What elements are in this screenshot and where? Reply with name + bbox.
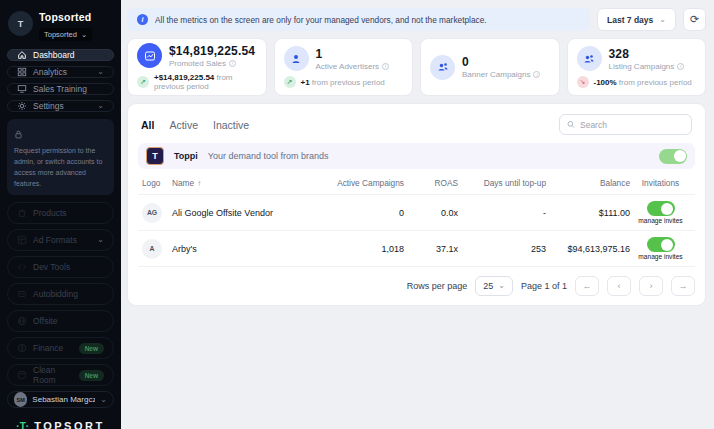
tab-inactive[interactable]: Inactive (213, 119, 249, 131)
sidebar-item-dashboard[interactable]: Dashboard (7, 49, 114, 61)
metric-card-promoted-sales: $14,819,225.54 Promoted Salesi ↗ +$14,81… (127, 38, 267, 96)
vendor-balance: $94,613,975.16 (546, 244, 630, 254)
app-window: T Topsorted Topsorted ⌄ Dashboard Analyt… (0, 0, 714, 429)
workspace-header: T Topsorted Topsorted ⌄ (7, 8, 114, 49)
col-name[interactable]: Name↑ (172, 178, 314, 188)
info-icon: i (137, 14, 148, 25)
sidebar-item-clean-room[interactable]: Clean Room New (7, 364, 114, 386)
sidebar-item-label: Sales Training (33, 84, 87, 94)
sidebar-item-label: Settings (33, 101, 64, 111)
sidebar-item-label: Products (33, 208, 67, 218)
chevron-down-icon: ⌄ (97, 102, 104, 110)
sidebar-item-offsite[interactable]: Offsite (7, 310, 114, 332)
manage-invites-link[interactable]: manage invites (638, 217, 682, 224)
next-page-icon: › (650, 281, 653, 291)
invitations-toggle[interactable] (647, 237, 675, 252)
toppi-toggle[interactable] (659, 149, 687, 164)
sidebar-item-sales-training[interactable]: Sales Training (7, 83, 114, 95)
table-row[interactable]: A Arby's 1,018 37.1x 253 $94,613,975.16 … (138, 230, 695, 266)
tab-active[interactable]: Active (169, 119, 198, 131)
rows-per-page-label: Rows per page (407, 281, 468, 291)
sidebar-item-settings[interactable]: Settings ⌄ (7, 100, 114, 112)
chevron-down-icon: ⌄ (97, 236, 104, 244)
metric-value: 328 (609, 47, 685, 61)
last-page-button[interactable]: → (671, 276, 695, 296)
chevron-down-icon: ⌄ (81, 31, 87, 39)
user-avatar: SM (14, 392, 27, 407)
vendor-name: Arby's (172, 244, 314, 254)
finance-icon (17, 343, 27, 353)
lock-icon (14, 130, 23, 139)
main-content: i All the metrics on the screen are only… (121, 0, 714, 429)
prev-page-icon: ‹ (618, 281, 621, 291)
active-advertisers-icon (284, 46, 309, 71)
prev-page-button[interactable]: ‹ (607, 276, 631, 296)
chevron-down-icon: ⌄ (498, 282, 505, 290)
sidebar: T Topsorted Topsorted ⌄ Dashboard Analyt… (0, 0, 121, 429)
date-range-select[interactable]: Last 7 days ⌄ (597, 8, 676, 31)
vendors-panel: All Active Inactive T Toppi Your demand … (127, 103, 706, 306)
info-icon: i (533, 71, 540, 78)
products-icon (17, 208, 27, 218)
search-input[interactable] (580, 120, 684, 130)
first-page-icon: ← (583, 281, 592, 291)
toggle-knob (661, 239, 673, 251)
col-days-until-topup: Days until top-up (458, 178, 546, 188)
permission-note-text: Request permission to the admin, or swit… (14, 146, 107, 189)
dev-tools-icon (17, 262, 27, 272)
tab-all[interactable]: All (141, 119, 154, 131)
vendor-avatar: AG (142, 203, 162, 223)
table-row[interactable]: AG Ali Google Offsite Vendor 0 0.0x - $1… (138, 194, 695, 230)
metric-label: Listing Campaigns (609, 62, 675, 71)
chevron-down-icon: ⌄ (659, 16, 666, 24)
chevron-down-icon: ⌄ (100, 396, 107, 404)
toppi-name: Toppi (174, 151, 198, 161)
col-active-campaigns: Active Campaigns (314, 178, 404, 188)
sidebar-item-finance[interactable]: Finance New (7, 337, 114, 359)
promoted-sales-icon (137, 43, 162, 68)
sidebar-item-products[interactable]: Products (7, 202, 114, 224)
first-page-button[interactable]: ← (575, 276, 599, 296)
workspace-avatar: T (8, 11, 33, 36)
refresh-button[interactable]: ⟳ (683, 8, 706, 31)
sidebar-item-label: Offsite (33, 316, 57, 326)
invitations-toggle[interactable] (647, 201, 675, 216)
info-icon: i (382, 63, 389, 70)
col-logo: Logo (142, 178, 172, 188)
info-banner-text: All the metrics on the screen are only f… (155, 15, 487, 25)
analytics-icon (17, 67, 27, 77)
sort-up-icon: ↑ (197, 179, 201, 188)
rows-per-page-select[interactable]: 25 ⌄ (475, 276, 513, 296)
vendor-active-campaigns: 1,018 (314, 244, 404, 254)
user-name: Sebastian Margcz... (32, 395, 95, 404)
rows-per-page-value: 25 (483, 281, 493, 291)
vendor-tabs: All Active Inactive (138, 112, 695, 143)
vendor-roas: 0.0x (404, 208, 458, 218)
sidebar-item-analytics[interactable]: Analytics ⌄ (7, 66, 114, 78)
manage-invites-link[interactable]: manage invites (638, 253, 682, 260)
user-menu[interactable]: SM Sebastian Margcz... ⌄ (7, 391, 114, 408)
banner-campaigns-icon (430, 55, 455, 80)
topsort-logo-text: TOPSORT (34, 420, 104, 429)
sidebar-item-dev-tools[interactable]: Dev Tools (7, 256, 114, 278)
topsort-logo: ·T· TOPSORT (7, 420, 114, 429)
toppi-banner: T Toppi Your demand tool from brands (138, 143, 695, 169)
search-icon (567, 120, 575, 129)
metric-label: Banner Campaigns (462, 70, 530, 79)
metric-card-banner-campaigns: 0 Banner Campaignsi (420, 38, 560, 96)
clean-room-icon (17, 370, 27, 380)
vendor-days-until-topup: - (458, 208, 546, 218)
toppi-logo: T (146, 147, 164, 165)
info-banner: i All the metrics on the screen are only… (127, 8, 590, 31)
new-badge: New (79, 370, 104, 381)
org-switcher[interactable]: Topsorted ⌄ (39, 28, 92, 41)
vendor-name: Ali Google Offsite Vendor (172, 208, 314, 218)
metric-delta: ↘ -100% from previous period (577, 76, 697, 88)
metric-delta: ↗ +1 from previous period (284, 76, 404, 88)
sidebar-item-ad-formats[interactable]: Ad Formats ⌄ (7, 229, 114, 251)
metric-value: 0 (462, 55, 540, 69)
ad-formats-icon (17, 235, 27, 245)
vendor-active-campaigns: 0 (314, 208, 404, 218)
sidebar-item-autobidding[interactable]: Autobidding (7, 283, 114, 305)
next-page-button[interactable]: › (639, 276, 663, 296)
